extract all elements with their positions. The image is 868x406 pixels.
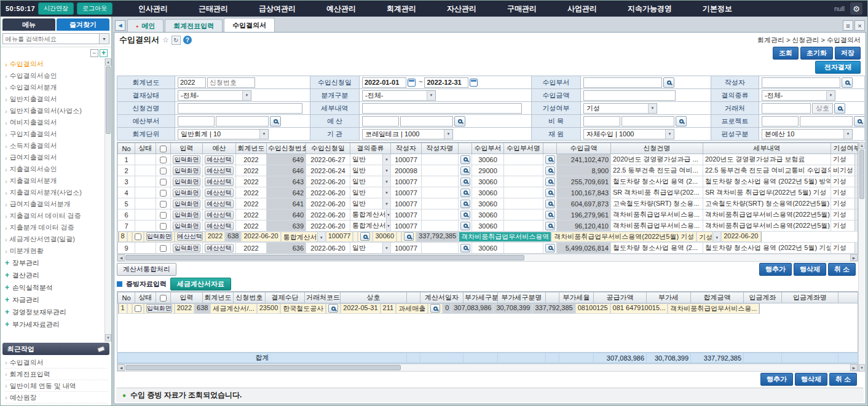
reset-button[interactable]: 초기화 [800,47,833,60]
row-checkbox[interactable] [160,157,167,163]
date-from-input[interactable] [362,77,406,88]
add-row-button[interactable]: 행추가 [759,263,792,276]
grid-select-cell[interactable]: 기성▼ [696,232,721,242]
input-screen-button[interactable]: 입력화면 [146,232,172,241]
sidebar-item[interactable]: ›지출결의서승인 [5,163,105,175]
budget-select-button[interactable]: 예산선택 [205,200,234,208]
grid-select-cell[interactable]: 기성▼ [831,176,859,187]
row-checkbox[interactable] [160,245,167,252]
filter-text-input[interactable] [583,77,662,88]
recent-item[interactable]: ›수입결의서 [5,357,108,369]
grid-row[interactable]: 2입력화면예산선택20226462022-06-24일반▼20009829000… [118,165,859,176]
input-screen-button[interactable]: 입력화면 [173,200,200,208]
sidebar-group[interactable]: +장부관리 [5,257,105,269]
search-icon[interactable] [545,155,555,164]
add-row-button[interactable]: 행추가 [760,373,793,386]
sidebar-item[interactable]: ›급여지출결의서분개 [5,198,105,210]
cancel-button[interactable]: 취 소 [828,263,856,276]
filter-text-input[interactable] [583,90,676,101]
grid-select-cell[interactable]: 일반▼ [350,154,391,165]
settings-gear-icon[interactable]: ⚙ [850,2,862,15]
column-header[interactable]: 결제수단 [266,292,305,303]
grid-select-cell[interactable]: 일반▼ [350,243,391,254]
search-icon[interactable] [460,155,470,164]
row-checkbox[interactable] [135,305,141,312]
sidebar-item[interactable]: ›수입결의서 [5,58,105,70]
date-to-input[interactable] [424,77,468,88]
dropdown-select[interactable]: 일반회계 | 10▼ [178,129,269,139]
input-screen-button[interactable]: 입력화면 [173,189,200,197]
budget-select-button[interactable]: 예산선택 [205,166,234,175]
grid-select-cell[interactable]: 기성▼ [831,209,859,221]
delete-row-button[interactable]: 행삭제 [794,263,826,276]
dropdown-select[interactable]: 본예산 10▼ [762,129,853,139]
search-icon[interactable] [545,178,555,186]
logout-button[interactable]: 로그아웃 [77,2,112,15]
search-icon[interactable] [460,166,470,175]
column-header[interactable]: 적요 [838,292,859,303]
sidebar-item[interactable]: ›수입결의서승인 [5,70,105,82]
top-menu-item[interactable]: 예산관리 [311,4,371,14]
chevron-down-icon[interactable]: ▼ [100,33,109,44]
column-header[interactable]: 수입신청일 [306,143,350,154]
row-checkbox[interactable] [160,190,167,197]
help-icon[interactable]: ? [183,36,192,44]
column-header[interactable]: 입금계좌명 [782,292,838,303]
column-header[interactable]: 회계년도 [236,143,267,154]
filter-text-input[interactable] [178,103,302,114]
search-icon[interactable] [545,244,555,252]
budget-select-button[interactable]: 예산선택 [205,155,234,164]
column-header[interactable]: No [118,143,135,154]
dropdown-select[interactable]: 자체수입 | 1000▼ [583,129,674,139]
top-menu-item[interactable]: 구매관리 [492,4,552,14]
extend-time-button[interactable]: 시간연장 [38,2,74,15]
collapse-all-button[interactable]: − [90,49,98,57]
sidebar-tab-favorites[interactable]: 즐겨찾기 [57,18,109,31]
grid-select-cell[interactable]: 일반▼ [350,165,391,176]
select-all-checkbox[interactable] [160,146,167,152]
budget-select-button[interactable]: 예산선택 [177,232,203,241]
close-icon[interactable]: × [854,20,865,31]
column-header[interactable] [407,292,420,303]
grid-select-cell[interactable]: 통합계산서▼ [350,209,391,221]
top-menu-item[interactable]: 지속가능경영 [612,4,687,14]
column-header[interactable]: 상호 [341,292,407,303]
input-screen-button[interactable]: 입력화면 [146,304,172,313]
sidebar-group[interactable]: +부가세자료관리 [5,318,105,330]
filter-code-input[interactable] [362,116,399,127]
input-screen-button[interactable]: 입력화면 [173,244,200,252]
filter-text-input[interactable] [362,103,522,114]
sidebar-group[interactable]: +자금관리 [5,294,105,306]
column-header[interactable]: 작성자명 [422,143,459,154]
filter-name-input[interactable] [400,116,453,127]
grid-row[interactable]: 7입력화면예산선택20226392022-06-20통합계산서▼10007730… [118,221,859,232]
search-icon[interactable] [460,178,470,186]
column-header[interactable]: 부가세구분 [464,292,498,303]
eraser-icon[interactable] [97,346,105,352]
column-header[interactable]: 입력 [171,292,203,303]
sidebar-group[interactable]: +경영정보재무관리 [5,306,105,318]
search-icon[interactable] [454,116,465,127]
search-icon[interactable] [328,304,338,313]
column-header[interactable]: 회계년도 [203,292,234,303]
cancel-button[interactable]: 취 소 [829,373,857,386]
recent-item[interactable]: ›회계전표입력 [5,369,108,380]
search-icon[interactable] [545,211,555,219]
grid-select-cell[interactable]: 기성▼ [831,198,859,209]
search-icon[interactable] [460,244,470,252]
search-icon[interactable] [842,77,853,88]
row-checkbox[interactable] [160,223,167,230]
row-checkbox[interactable] [160,179,167,185]
column-header[interactable]: 수입신청번호 [267,143,306,154]
top-menu-item[interactable]: 사업관리 [552,4,612,14]
search-icon[interactable] [676,116,687,127]
column-header[interactable]: 결의종류 [350,143,391,154]
search-icon[interactable] [834,103,845,114]
column-header[interactable]: 공급가액 [594,292,647,303]
favorite-star-icon[interactable]: ☆ [162,36,169,44]
tab-list-icon[interactable]: ≡ [843,20,853,31]
column-header[interactable]: 계산서일자 [420,292,464,303]
sidebar-item[interactable]: ›미분개현황 [5,245,105,257]
column-header[interactable] [156,143,171,154]
search-icon[interactable] [360,232,370,241]
